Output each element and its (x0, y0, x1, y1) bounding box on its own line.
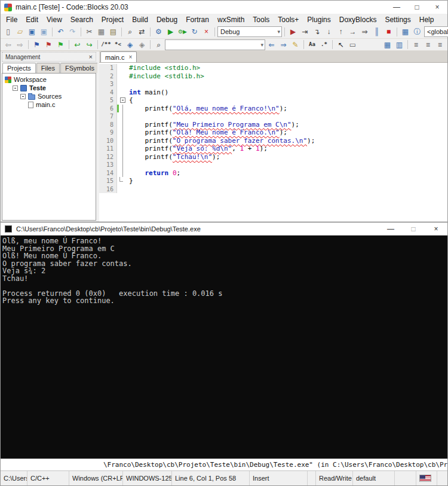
abort-build-icon[interactable]: × (201, 26, 212, 37)
select-pointer-icon[interactable]: ↖ (335, 39, 346, 50)
grid-edit-icon[interactable]: ▥ (394, 39, 405, 50)
menu-item-file[interactable]: File (2, 15, 22, 25)
code-line[interactable]: 16 (99, 185, 447, 194)
management-tab-fsymbols[interactable]: FSymbols (60, 63, 99, 73)
code-line[interactable]: 13 (99, 161, 447, 169)
tree-item-main-c[interactable]: main.c (4, 100, 94, 109)
build-target-combo[interactable]: Debug▾ (217, 26, 282, 37)
debug-info-icon[interactable]: ⓘ (412, 26, 423, 37)
code-line[interactable]: 4int main() (99, 88, 447, 97)
close-button[interactable]: × (427, 1, 447, 14)
management-close-icon[interactable]: × (89, 53, 93, 60)
new-file-icon[interactable]: ▯ (2, 26, 14, 37)
menu-item-wxsmith[interactable]: wxSmith (213, 15, 248, 25)
jump-forward-icon[interactable]: ↪ (84, 39, 95, 50)
code-line[interactable]: 15} (99, 177, 447, 185)
code-line[interactable]: 1#include <stdio.h> (99, 64, 447, 72)
tree-item-workspace[interactable]: Workspace (4, 75, 94, 84)
cut-icon[interactable]: ✂ (84, 26, 95, 37)
doxy-view-icon[interactable]: ◈ (136, 39, 148, 50)
list-view-3-icon[interactable]: ≡ (434, 39, 446, 50)
run-icon[interactable]: ▶ (165, 26, 176, 37)
maximize-button[interactable]: □ (407, 1, 427, 14)
paste-icon[interactable]: ▤ (108, 26, 119, 37)
build-icon[interactable]: ⚙ (153, 26, 164, 37)
menu-item-settings[interactable]: Settings (381, 15, 415, 25)
build-and-run-icon[interactable]: ⚙▶ (177, 26, 188, 37)
management-tab-projects[interactable]: Projects (2, 63, 36, 73)
doxy-line-comment-icon[interactable]: *< (112, 39, 124, 50)
console-close-button[interactable]: × (425, 222, 447, 235)
jump-back-icon[interactable]: ↩ (72, 39, 83, 50)
code-line[interactable]: 3 (99, 80, 447, 88)
code-line[interactable]: 8 printf("Meu Primeiro Programa em C\n")… (99, 121, 447, 129)
management-tab-files[interactable]: Files (36, 63, 60, 73)
search-next-icon[interactable]: ⇒ (278, 39, 289, 50)
console-maximize-button[interactable]: □ (402, 222, 425, 235)
step-into-instruction-icon[interactable]: ⇒ (359, 26, 370, 37)
redo-icon[interactable]: ↷ (67, 26, 78, 37)
tab-close-icon[interactable]: × (128, 54, 132, 60)
code-line[interactable]: 7 (99, 112, 447, 121)
undo-icon[interactable]: ↶ (55, 26, 66, 37)
toggle-bookmark-icon[interactable]: ⚑ (43, 39, 54, 50)
highlight-matches-icon[interactable]: ✎ (290, 39, 301, 50)
next-instruction-icon[interactable]: → (347, 26, 358, 37)
menu-item-doxyblocks[interactable]: DoxyBlocks (335, 15, 381, 25)
replace-icon[interactable]: ⇄ (136, 26, 148, 37)
rebuild-icon[interactable]: ↻ (189, 26, 200, 37)
debugging-windows-icon[interactable]: ▦ (400, 26, 411, 37)
tree-item-teste[interactable]: Teste (4, 84, 94, 92)
search-prev-icon[interactable]: ⇐ (266, 39, 277, 50)
match-case-icon[interactable]: Aa (306, 39, 318, 50)
tree-item-sources[interactable]: Sources (4, 92, 94, 100)
minimize-button[interactable]: — (386, 1, 407, 14)
step-into-icon[interactable]: ↓ (323, 26, 335, 37)
step-out-icon[interactable]: ↑ (335, 26, 346, 37)
next-bookmark-icon[interactable]: ⚑ (55, 39, 66, 50)
menu-item-help[interactable]: Help (415, 15, 438, 25)
menu-item-build[interactable]: Build (128, 15, 152, 25)
code-line[interactable]: 5{ (99, 96, 447, 105)
prev-bookmark-icon[interactable]: ⚑ (31, 39, 42, 50)
menu-item-view[interactable]: View (42, 15, 66, 25)
code-line[interactable]: 9 printf("Olá! Meu nome é Franco.\n"); (99, 129, 447, 137)
break-debugger-icon[interactable]: ║ (371, 26, 382, 37)
incremental-search-icon[interactable]: ⌕ (153, 39, 164, 50)
copy-icon[interactable]: ▦ (96, 26, 107, 37)
menu-item-project[interactable]: Project (97, 15, 128, 25)
console-minimize-button[interactable]: — (379, 222, 402, 235)
tree-collapse-icon[interactable] (20, 94, 26, 99)
grid-properties-icon[interactable]: ▦ (382, 39, 393, 50)
code-line[interactable]: 6 printf("Olá, meu nome é Franco!\n"); (99, 105, 447, 113)
doxy-block-comment-icon[interactable]: /** (100, 39, 112, 50)
open-file-icon[interactable]: ▱ (14, 26, 26, 37)
console-output[interactable]: Olß, meu nome Ú Franco!Meu Primeiro Prog… (1, 236, 447, 459)
chevron-down-icon[interactable]: ▾ (275, 29, 280, 35)
code-line[interactable]: 11 printf("Veja só: %d\n", 1 + 1); (99, 145, 447, 153)
doxy-run-icon[interactable]: ◈ (124, 39, 136, 50)
menu-item-tools[interactable]: Tools (248, 15, 274, 25)
tree-collapse-icon[interactable] (13, 85, 18, 91)
fold-collapse-icon[interactable] (120, 97, 125, 103)
list-view-2-icon[interactable]: ≡ (422, 39, 434, 50)
list-view-1-icon[interactable]: ≡ (410, 39, 422, 50)
find-icon[interactable]: ⌕ (124, 26, 136, 37)
chevron-down-icon[interactable]: ▾ (258, 42, 263, 48)
debug-continue-icon[interactable]: ▶ (287, 26, 299, 37)
regex-icon[interactable]: .* (318, 39, 330, 50)
editor-tab-main-c[interactable]: main.c × (100, 51, 137, 62)
next-line-icon[interactable]: ↴ (311, 26, 323, 37)
menu-item-tools[interactable]: Tools+ (274, 15, 303, 25)
code-editor[interactable]: 1#include <stdio.h>2#include <stdlib.h>3… (99, 63, 447, 222)
save-all-icon[interactable]: ▣ (38, 26, 50, 37)
stop-debugger-icon[interactable]: ■ (383, 26, 394, 37)
nav-back-icon[interactable]: ⇦ (2, 39, 14, 50)
code-line[interactable]: 12 printf("Tchau!\n"); (99, 153, 447, 161)
menu-item-debug[interactable]: Debug (152, 15, 182, 25)
incremental-search-combo[interactable]: ▾ (165, 39, 265, 50)
code-line[interactable]: 2#include <stdlib.h> (99, 72, 447, 81)
code-line[interactable]: 14 return 0; (99, 169, 447, 178)
menu-item-search[interactable]: Search (66, 15, 97, 25)
run-to-cursor-icon[interactable]: ⇥ (299, 26, 311, 37)
